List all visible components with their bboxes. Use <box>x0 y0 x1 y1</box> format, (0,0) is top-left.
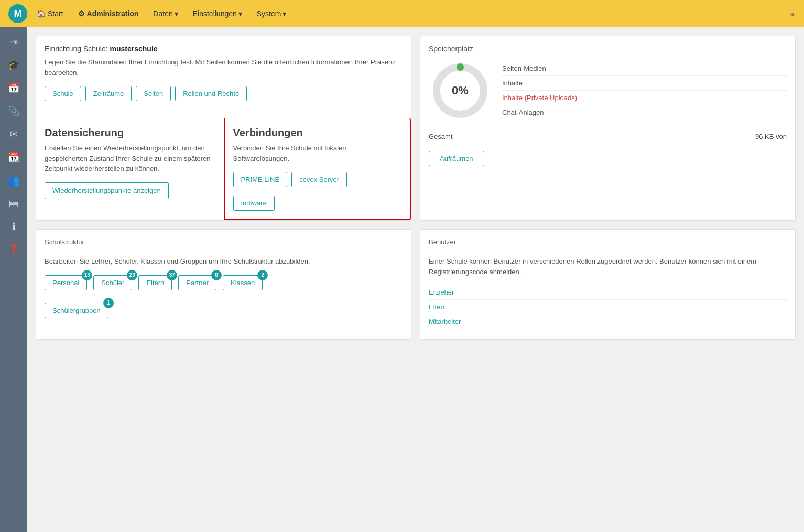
chevron-down-icon: ▾ <box>238 9 242 18</box>
sidebar-item-users[interactable]: 👥 <box>3 170 24 191</box>
schuelergruppen-badge-btn: Schülergruppen 1 <box>45 303 108 318</box>
donut-percent-label: 0% <box>452 84 469 97</box>
sidebar-item-logout[interactable]: ⇥ <box>3 31 24 52</box>
schulstruktur-description: Bearbeiten Sie Lehrer, Schüler, Klassen … <box>45 256 403 267</box>
erzieher-link[interactable]: Erzieher <box>429 285 787 300</box>
einrichtung-description: Legen Sie die Stammdaten Ihrer Einrichtu… <box>45 57 403 78</box>
topnav: M 🏠 Start ⚙ Administration Daten ▾ Einst… <box>0 0 804 27</box>
rollen-button[interactable]: Rollen und Rechte <box>175 86 247 101</box>
school-name: musterschule <box>110 45 158 53</box>
home-icon: 🏠 <box>37 9 46 18</box>
info-icon: ℹ <box>12 221 16 232</box>
sidebar-item-courses[interactable]: 🎓 <box>3 55 24 75</box>
datensicherung-section: Datensicherung Erstellen Sie einen Wiede… <box>36 118 224 220</box>
email-icon: ✉ <box>10 128 18 140</box>
graduation-icon: 🎓 <box>8 59 19 71</box>
partner-button[interactable]: Partner <box>178 275 216 290</box>
eltern-badge-btn: Eltern 37 <box>138 275 172 290</box>
nav-einstellungen[interactable]: Einstellungen ▾ <box>188 6 247 21</box>
speicherplatz-card: Speicherplatz 0% Seiten-Medien <box>420 36 796 221</box>
verbindungen-description: Verbinden Sie Ihre Schule mit lokalen So… <box>233 143 402 164</box>
schulstruktur-title: Schulstruktur <box>45 238 403 250</box>
eltern-link[interactable]: Eltern <box>429 300 787 314</box>
klassen-count: 2 <box>257 270 268 280</box>
storage-donut: 0% Seiten-Medien Inhalte Inhalte (Privat… <box>429 59 787 122</box>
partner-badge-btn: Partner 0 <box>178 275 216 290</box>
schueler-badge-btn: Schüler 20 <box>93 275 132 290</box>
schule-button[interactable]: Schule <box>45 86 81 101</box>
chevron-down-icon: ▾ <box>283 9 286 18</box>
klassen-badge-btn: Klassen 2 <box>223 275 263 290</box>
help-icon: ❓ <box>8 244 19 255</box>
personal-count: 13 <box>82 270 92 280</box>
schueler-count: 20 <box>127 270 137 280</box>
aufraumen-button[interactable]: Aufräumen <box>429 151 484 166</box>
speicherplatz-title: Speicherplatz <box>429 45 787 53</box>
bed-icon: 🛏 <box>9 198 18 209</box>
verbindungen-section: Verbindungen Verbinden Sie Ihre Schule m… <box>224 118 411 220</box>
benutzer-description: Einer Schule können Benutzer in verschie… <box>429 256 787 277</box>
storage-total-row: Gesamt 96 KB von <box>429 128 787 145</box>
sidebar-item-help[interactable]: ❓ <box>3 239 24 260</box>
nav-system[interactable]: System ▾ <box>252 6 292 21</box>
sidebar: ⇥ 🎓 📅 📎 ✉ 📆 👥 🛏 ℹ ❓ <box>0 27 27 532</box>
mitarbeiter-link[interactable]: Mitarbeiter <box>429 314 787 329</box>
datensicherung-description: Erstellen Sie einen Wiederherstellungspu… <box>45 143 215 174</box>
primeline-button[interactable]: PRIME LINE <box>233 172 288 187</box>
cevex-button[interactable]: cevex Server <box>291 172 347 187</box>
calendar-icon: 📆 <box>8 151 19 163</box>
wiederherstellung-button[interactable]: Wiederherstellungspunkte anzeigen <box>45 182 169 199</box>
nav-administration[interactable]: ⚙ Administration <box>73 6 144 21</box>
sidebar-item-accommodation[interactable]: 🛏 <box>3 193 24 214</box>
storage-legend: Seiten-Medien Inhalte Inhalte (Private U… <box>502 61 787 120</box>
verbindungen-buttons: PRIME LINE cevex Server <box>233 172 402 187</box>
seiten-button[interactable]: Seiten <box>136 86 171 101</box>
main-content: Einrichtung Schule: musterschule Legen S… <box>27 27 804 532</box>
storage-row-inhalte: Inhalte <box>502 76 787 91</box>
benutzer-card: Benutzer Einer Schule können Benutzer in… <box>420 229 796 340</box>
paperclip-icon: 📎 <box>8 105 19 117</box>
zeitraeume-button[interactable]: Zeiträume <box>85 86 132 101</box>
user-indicator: s. <box>790 10 796 18</box>
chevron-down-icon: ▾ <box>175 9 178 18</box>
users-icon: 👥 <box>8 175 19 186</box>
logout-icon: ⇥ <box>10 36 18 48</box>
storage-row-chat: Chat-Anlagen <box>502 105 787 120</box>
einrichtung-card: Einrichtung Schule: musterschule Legen S… <box>36 36 411 221</box>
sidebar-item-messages[interactable]: ✉ <box>3 124 24 145</box>
partner-count: 0 <box>211 270 222 280</box>
personal-button[interactable]: Personal <box>45 275 87 290</box>
personal-badge-btn: Personal 13 <box>45 275 87 290</box>
sidebar-item-calendar[interactable]: 📆 <box>3 147 24 168</box>
gear-icon: ⚙ <box>78 9 85 18</box>
einrichtung-title: Einrichtung Schule: musterschule <box>45 45 403 53</box>
klassen-button[interactable]: Klassen <box>223 275 263 290</box>
logo-letter: M <box>14 8 22 19</box>
schueler-button[interactable]: Schüler <box>93 275 132 290</box>
schuelergruppen-button[interactable]: Schülergruppen <box>45 303 108 318</box>
nav-start[interactable]: 🏠 Start <box>31 6 69 21</box>
lower-sections: Datensicherung Erstellen Sie einen Wiede… <box>36 118 411 220</box>
sidebar-item-info[interactable]: ℹ <box>3 216 24 237</box>
benutzer-title: Benutzer <box>429 238 787 250</box>
einrichtung-buttons: Schule Zeiträume Seiten Rollen und Recht… <box>45 86 403 101</box>
eltern-count: 37 <box>167 270 177 280</box>
datensicherung-title: Datensicherung <box>45 127 215 139</box>
storage-row-seiten-medien: Seiten-Medien <box>502 61 787 76</box>
schulstruktur-buttons: Personal 13 Schüler 20 Eltern 37 Partner… <box>45 275 403 295</box>
verbindungen-title: Verbindungen <box>233 127 402 139</box>
sidebar-item-schedule[interactable]: 📅 <box>3 78 24 99</box>
sidebar-item-files[interactable]: 📎 <box>3 101 24 122</box>
indiware-button[interactable]: Indiware <box>233 196 275 211</box>
storage-row-inhalte-private: Inhalte (Private Uploads) <box>502 91 787 105</box>
logo[interactable]: M <box>8 4 27 23</box>
nav-daten[interactable]: Daten ▾ <box>148 6 183 21</box>
schuelergruppen-count: 1 <box>103 298 114 308</box>
schulstruktur-card: Schulstruktur Bearbeiten Sie Lehrer, Sch… <box>36 229 411 340</box>
schulstruktur-buttons-2: Schülergruppen 1 <box>45 303 403 322</box>
svg-point-1 <box>457 63 464 71</box>
calendar-alt-icon: 📅 <box>8 82 19 94</box>
